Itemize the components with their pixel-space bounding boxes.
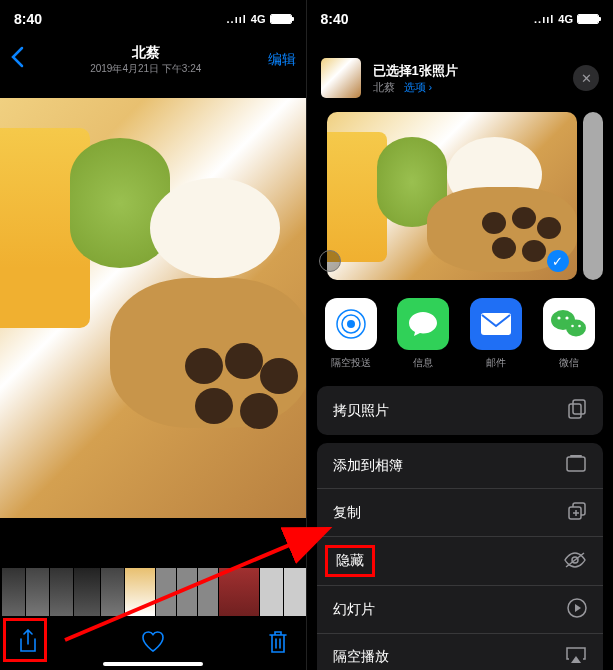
thumbnail[interactable] [74,568,100,616]
signal-icon: ..ııl [227,13,247,25]
share-apps-row: 隔空投送 信息 邮件 微信 [307,292,614,386]
heart-icon[interactable] [141,631,165,657]
status-time: 8:40 [14,11,42,27]
hide-icon [563,551,587,572]
thumbnail[interactable] [284,568,307,616]
svg-point-5 [566,320,586,337]
thumbnail[interactable] [156,568,176,616]
status-indicators: ..ııl 4G [227,13,292,25]
airplay-icon [565,646,587,667]
thumbnail[interactable] [260,568,283,616]
status-bar: 8:40 ..ııl 4G [307,0,614,38]
album-icon [565,455,587,476]
left-screen: 8:40 ..ııl 4G 北蔡 2019年4月21日 下午3:24 编辑 [0,0,307,670]
copy-icon [567,501,587,524]
share-sheet-header: 已选择1张照片 北蔡 选项 › ✕ [307,48,614,108]
signal-icon: ..ııl [534,13,554,25]
airdrop-button[interactable]: 隔空投送 [325,298,377,370]
right-screen: 8:40 ..ııl 4G 已选择1张照片 北蔡 选项 › ✕ ✓ [307,0,614,670]
selectable-photo[interactable]: ✓ [327,112,577,280]
thumbnail[interactable] [50,568,73,616]
action-group-1: 拷贝照片 [317,386,604,435]
action-label: 隐藏 [336,552,364,568]
mail-button[interactable]: 邮件 [470,298,522,370]
svg-rect-12 [567,457,585,471]
status-bar: 8:40 ..ııl 4G [0,0,306,38]
annotation-share-box [3,618,47,662]
svg-rect-11 [573,400,585,414]
slideshow-action[interactable]: 幻灯片 [317,586,604,634]
photo-title: 北蔡 [24,44,268,62]
svg-rect-10 [569,404,581,418]
selected-thumb [321,58,361,98]
airplay-action[interactable]: 隔空播放 [317,634,604,670]
photo-title-block: 北蔡 2019年4月21日 下午3:24 [24,44,268,76]
back-button[interactable] [10,46,24,74]
network-label: 4G [251,13,266,25]
action-label: 幻灯片 [333,601,375,619]
mail-icon [470,298,522,350]
battery-icon [270,14,292,24]
action-label: 复制 [333,504,361,522]
share-title: 已选择1张照片 [373,62,562,80]
svg-point-9 [578,325,581,328]
svg-point-2 [347,320,355,328]
svg-point-8 [571,325,574,328]
wechat-icon [543,298,595,350]
copy-action[interactable]: 复制 [317,489,604,537]
airdrop-icon [325,298,377,350]
app-label: 隔空投送 [331,356,371,370]
thumbnail-strip[interactable] [0,568,306,618]
wechat-button[interactable]: 微信 [543,298,595,370]
thumbnail[interactable] [101,568,124,616]
selectable-photo[interactable] [583,112,603,280]
photo-subtitle: 2019年4月21日 下午3:24 [24,62,268,76]
copy-photo-action[interactable]: 拷贝照片 [317,386,604,435]
trash-icon[interactable] [268,630,288,658]
battery-icon [577,14,599,24]
status-indicators: ..ııl 4G [534,13,599,25]
close-button[interactable]: ✕ [573,65,599,91]
thumbnail[interactable] [219,568,259,616]
selected-check-icon[interactable]: ✓ [547,250,569,272]
thumbnail[interactable] [2,568,25,616]
action-label: 添加到相簿 [333,457,403,475]
app-label: 邮件 [486,356,506,370]
action-label: 隔空播放 [333,648,389,666]
photo-header: 北蔡 2019年4月21日 下午3:24 编辑 [0,38,306,82]
svg-rect-13 [570,455,582,457]
add-to-album-action[interactable]: 添加到相簿 [317,443,604,489]
copy-photo-icon [567,398,587,423]
photo-selector[interactable]: ✓ [307,108,614,292]
thumbnail[interactable] [125,568,155,616]
messages-icon [397,298,449,350]
action-group-2: 添加到相簿 复制 隐藏 幻灯片 隔空播放 [317,443,604,670]
app-label: 微信 [559,356,579,370]
share-options-button[interactable]: 选项 › [404,81,433,93]
messages-button[interactable]: 信息 [397,298,449,370]
deselect-circle[interactable] [319,250,341,272]
share-location: 北蔡 [373,81,395,93]
svg-rect-3 [481,313,511,335]
thumbnail[interactable] [26,568,49,616]
play-icon [567,598,587,621]
svg-point-6 [557,316,560,319]
app-label: 信息 [413,356,433,370]
svg-point-7 [565,316,568,319]
action-label: 拷贝照片 [333,402,389,420]
status-time: 8:40 [321,11,349,27]
hide-action[interactable]: 隐藏 [317,537,604,586]
main-photo[interactable] [0,98,306,518]
edit-button[interactable]: 编辑 [268,51,296,69]
home-indicator[interactable] [103,662,203,666]
thumbnail[interactable] [177,568,197,616]
thumbnail[interactable] [198,568,218,616]
network-label: 4G [558,13,573,25]
